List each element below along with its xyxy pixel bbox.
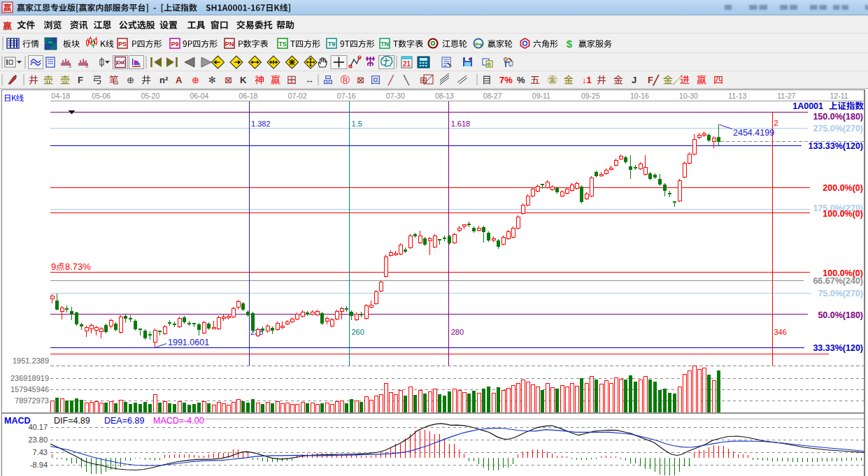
svg-text:DIF=4.89: DIF=4.89 [54,416,90,426]
svg-text:78972973: 78972973 [15,396,49,405]
svg-text:7%: 7% [499,75,513,85]
svg-text:↔: ↔ [305,75,314,85]
svg-text:1951.2389: 1951.2389 [13,356,49,365]
svg-text:157945946: 157945946 [10,385,49,394]
svg-text:1.382: 1.382 [251,120,271,128]
svg-text:09-25: 09-25 [581,92,600,100]
svg-text:346: 346 [774,328,787,336]
svg-text:280: 280 [451,328,464,336]
svg-text:PS: PS [118,41,127,48]
svg-text:06-04: 06-04 [190,92,209,100]
svg-text:05-06: 05-06 [92,92,111,100]
svg-text:12-11: 12-11 [830,92,848,100]
svg-text:11-27: 11-27 [777,92,795,100]
svg-text:275.0%(270): 275.0%(270) [813,124,863,134]
svg-text:2: 2 [774,119,778,127]
svg-text:40.17: 40.17 [28,423,48,431]
svg-text:07-02: 07-02 [288,92,307,100]
svg-text:09-11: 09-11 [532,92,550,100]
svg-text:150.0%(180): 150.0%(180) [813,112,863,122]
svg-text:╱: ╱ [387,74,394,86]
svg-text:2454.4199: 2454.4199 [733,128,774,138]
svg-text:236918919: 236918919 [10,374,49,382]
svg-text:260: 260 [352,328,364,336]
svg-text:08-13: 08-13 [435,92,454,100]
svg-text:MACD: MACD [4,416,31,426]
svg-text:06-18: 06-18 [239,92,258,100]
svg-text:1.618: 1.618 [451,120,471,128]
svg-text:133.33%(120): 133.33%(120) [808,141,863,151]
svg-text:TS: TS [278,41,287,48]
svg-text:F╱: F╱ [648,74,660,86]
svg-text:F: F [78,75,83,85]
svg-text:50.0%(180): 50.0%(180) [818,310,863,320]
svg-text:23.80: 23.80 [28,435,48,444]
svg-text:1991.0601: 1991.0601 [168,338,209,347]
svg-text:A: A [176,75,183,85]
svg-text:1A0001: 1A0001 [792,101,823,111]
svg-text:9: 9 [85,64,88,68]
svg-text:07-16: 07-16 [337,92,356,100]
svg-text:T9: T9 [328,41,336,48]
svg-text:J: J [632,75,636,85]
svg-text:200.0%(0): 200.0%(0) [823,183,863,193]
svg-text:⊠: ⊠ [357,75,364,85]
svg-text:9: 9 [51,261,56,272]
svg-text:10-16: 10-16 [630,92,649,100]
svg-text:3: 3 [69,64,71,68]
svg-text:66.67%(240): 66.67%(240) [813,276,863,286]
svg-text:✻: ✻ [208,75,216,85]
svg-text:7.43: 7.43 [33,448,48,456]
svg-text:75.0%(270): 75.0%(270) [818,289,863,298]
svg-text:100.0%(0): 100.0%(0) [823,209,863,219]
svg-text:TN: TN [380,41,389,48]
svg-text:⊠: ⊠ [225,75,232,85]
svg-text:K: K [240,75,247,85]
svg-text:Ⓡ: Ⓡ [341,75,350,85]
svg-text:MACD=-4.00: MACD=-4.00 [153,416,204,426]
svg-text:1.5: 1.5 [352,120,362,128]
svg-text:10-30: 10-30 [679,92,698,100]
svg-text:8.73%: 8.73% [65,261,91,272]
svg-text:07-30: 07-30 [386,92,405,100]
svg-text:$: $ [567,38,573,50]
svg-text:21: 21 [403,60,411,68]
svg-text:-8.94: -8.94 [30,461,48,469]
svg-text:n²: n² [159,75,169,85]
svg-text:08-27: 08-27 [483,92,502,100]
svg-text:↓1: ↓1 [582,75,592,85]
svg-text:%: % [517,75,525,85]
svg-text:⊕: ⊕ [192,75,199,85]
svg-text:04-18: 04-18 [51,92,70,100]
svg-text:P9: P9 [171,41,178,48]
svg-text:DEA=6.89: DEA=6.89 [104,416,144,426]
svg-text:Big: Big [475,42,482,46]
svg-text:33.33%(120): 33.33%(120) [813,343,863,353]
svg-text:11-13: 11-13 [728,92,746,100]
svg-text:⊕: ⊕ [127,75,134,85]
svg-text:╲: ╲ [403,74,410,86]
svg-text:PN: PN [225,41,234,48]
svg-text:05-20: 05-20 [141,92,159,100]
